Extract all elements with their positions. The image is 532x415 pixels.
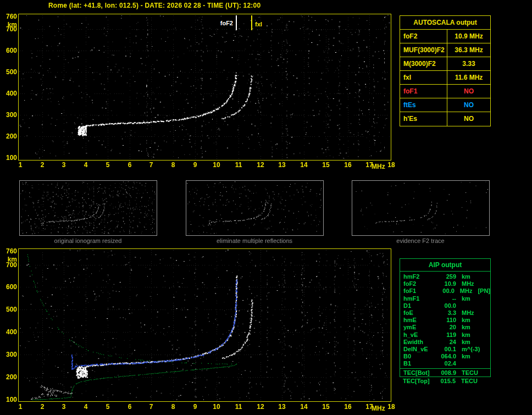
aip-row-unit: MHz <box>462 309 474 317</box>
aip-row-value: 10.9 <box>437 280 456 287</box>
aip-row-hmf1: hmF1 -- km <box>403 295 490 302</box>
y-tick-label: 300 <box>2 351 17 358</box>
aip-body: hmF2 259 km foF2 10.9 MHz foF1 00.0 MHz … <box>400 272 490 368</box>
autoscala-row-label: MUF(3000)F2 <box>400 43 447 57</box>
aip-row-unit: km <box>462 295 470 302</box>
aip-row-note: [PN] <box>478 287 490 295</box>
x-tick-label: 6 <box>123 403 136 411</box>
x-tick-label: 15 <box>319 403 332 411</box>
x-tick-label: 3 <box>57 403 70 411</box>
thumbnail-caption-eliminate: eliminate multiple reflections <box>186 237 323 244</box>
autoscala-row-label: h'Es <box>400 112 447 126</box>
autoscala-row-label: ftEs <box>400 98 447 112</box>
aip-row-label: TEC[Bot] <box>403 369 437 377</box>
aip-row-label: B0 <box>403 353 437 360</box>
aip-row-b0: B0 064.0 km <box>403 353 490 360</box>
autoscala-screen: Rome (lat: +41.8, lon: 012.5) - DATE: 20… <box>0 0 532 415</box>
aip-row-value: 110 <box>437 317 456 324</box>
autoscala-row-fxi: fxI 11.6 MHz <box>400 71 490 85</box>
aip-row-unit: km <box>462 353 470 360</box>
aip-row-value: -- <box>437 295 456 302</box>
y-tick-label: 760 <box>2 247 17 255</box>
aip-row-label: h_vE <box>403 331 437 339</box>
aip-row-b1: B1 02.4 <box>403 360 490 367</box>
x-tick-label: 16 <box>341 161 354 169</box>
autoscala-panel-title: AUTOSCALA output <box>400 16 490 30</box>
x-axis-unit-label: MHz <box>372 405 385 412</box>
y-axis-unit-label: km <box>2 256 17 263</box>
autoscala-row-label: M(3000)F2 <box>400 57 447 70</box>
aip-row-value: 008.9 <box>437 369 456 377</box>
aip-panel-title: AIP output <box>400 259 490 272</box>
autoscala-row-m3000f2: M(3000)F2 3.33 <box>400 57 490 71</box>
aip-row-label: hmF1 <box>403 295 437 302</box>
x-tick-label: 10 <box>210 161 223 169</box>
aip-output-panel: AIP output hmF2 259 km foF2 10.9 MHz foF… <box>400 258 491 385</box>
x-tick-label: 15 <box>319 161 332 169</box>
y-tick-label: 100 <box>2 396 17 403</box>
x-tick-label: 2 <box>36 403 49 411</box>
x-tick-label: 7 <box>145 161 158 169</box>
aip-row-unit: MHz <box>460 287 473 295</box>
fxi-marker-label: fxI <box>254 21 263 28</box>
aip-row-label: hmF2 <box>403 273 437 280</box>
aip-row-fof1: foF1 00.0 MHz [PN] <box>403 287 490 295</box>
aip-row-unit: TECU <box>462 369 478 377</box>
x-tick-label: 10 <box>210 403 223 411</box>
autoscala-row-value: 36.3 MHz <box>447 43 490 57</box>
aip-row-label: D1 <box>403 302 437 309</box>
aip-row-value: 119 <box>437 331 456 339</box>
x-tick-label: 5 <box>101 161 114 169</box>
autoscala-row-value: 3.33 <box>447 57 490 70</box>
y-tick-label: 600 <box>2 47 17 54</box>
y-tick-label: 200 <box>2 373 17 381</box>
page-title: Rome (lat: +41.8, lon: 012.5) - DATE: 20… <box>48 2 261 9</box>
aip-row-label: foE <box>403 309 437 317</box>
aip-row-label: ymE <box>403 324 437 331</box>
aip-row-yme: ymE 20 km <box>403 324 490 331</box>
y-tick-label: 300 <box>2 111 17 119</box>
aip-row-delnve: DelN_vE 00.1 m^(-3) <box>403 346 490 353</box>
autoscala-row-ftes: ftEs NO <box>400 98 490 112</box>
aip-row-fof2: foF2 10.9 MHz <box>403 280 490 287</box>
x-axis-unit-label: MHz <box>372 163 385 170</box>
aip-row-label: foF1 <box>403 287 436 295</box>
y-tick-label: 200 <box>2 132 17 140</box>
x-tick-label: 2 <box>36 161 49 169</box>
aip-row-value: 00.0 <box>436 287 455 295</box>
autoscala-row-value: NO <box>447 98 490 112</box>
x-tick-label: 12 <box>254 403 267 411</box>
x-tick-label: 14 <box>297 403 311 411</box>
aip-row-unit: km <box>462 317 470 324</box>
autoscala-row-value: NO <box>447 112 490 126</box>
x-tick-label: 4 <box>79 403 92 411</box>
autoscala-row-fof2: foF2 10.9 MHz <box>400 30 490 43</box>
autoscala-row-fof1: foF1 NO <box>400 85 490 98</box>
aip-row-label: foF2 <box>403 280 437 287</box>
x-tick-label: 12 <box>254 161 267 169</box>
x-tick-label: 18 <box>385 403 398 411</box>
aip-row-tec-bot: TEC[Bot] 008.9 TECU <box>400 368 490 377</box>
aip-row-unit: km <box>462 273 470 280</box>
y-tick-label: 760 <box>2 13 17 20</box>
aip-row-value: 24 <box>437 339 456 346</box>
aip-row-unit: km <box>462 339 470 346</box>
aip-row-value: 064.0 <box>437 353 456 360</box>
x-tick-label: 16 <box>341 403 354 411</box>
x-tick-label: 7 <box>145 403 158 411</box>
aip-row-value: 00.1 <box>437 346 456 353</box>
aip-row-value: 00.0 <box>437 302 456 309</box>
x-tick-label: 8 <box>167 403 180 411</box>
x-tick-label: 9 <box>189 161 202 169</box>
x-tick-label: 9 <box>189 403 202 411</box>
x-tick-label: 1 <box>14 403 27 411</box>
x-tick-label: 11 <box>232 161 245 169</box>
aip-row-hve: h_vE 119 km <box>403 331 490 339</box>
autoscala-row-value: NO <box>447 85 490 98</box>
thumbnail-caption-original: original ionogram resized <box>19 237 157 244</box>
aip-row-unit: TECU <box>461 377 478 385</box>
x-tick-label: 11 <box>232 403 245 411</box>
aip-box: AIP output hmF2 259 km foF2 10.9 MHz foF… <box>400 258 491 377</box>
x-tick-label: 8 <box>167 161 180 169</box>
y-tick-label: 100 <box>2 154 17 162</box>
